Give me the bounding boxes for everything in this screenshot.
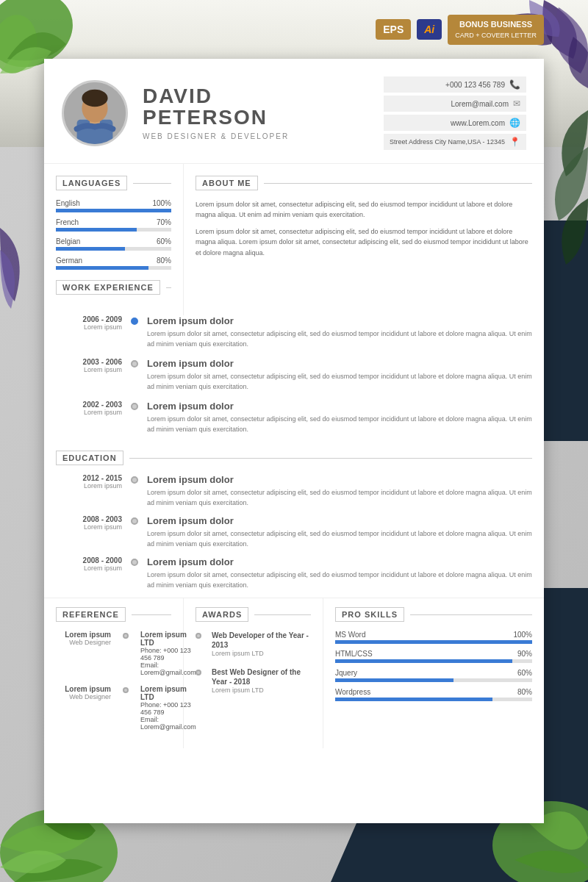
resume-header: DAVID PETERSON WEB DESIGNER & DEVELOPER … [44, 59, 544, 164]
reference-item: Lorem ipsum Web Designer Lorem ipsum LTD… [56, 685, 171, 731]
awards-items: Web Developer of the Year - 2013 Lorem i… [196, 631, 311, 694]
work-experience-section: 2006 - 2009 Lorem ipsum Lorem ipsum dolo… [44, 315, 544, 434]
skill-percent: 80% [517, 688, 532, 696]
bottom-row: REFERENCE Lorem ipsum Web Designer Lorem… [44, 598, 544, 748]
name-section: DAVID PETERSON WEB DESIGNER & DEVELOPER [143, 86, 384, 140]
language-name: Belgian [56, 237, 80, 245]
avatar [62, 80, 128, 146]
svg-point-8 [82, 90, 107, 107]
edu-desc: Lorem ipsum dolor sit amet, consectetur … [147, 488, 532, 508]
edu-dot-col [122, 474, 147, 508]
ref-name-col: Lorem ipsum Web Designer [56, 631, 111, 676]
ref-name: Lorem ipsum [56, 685, 111, 693]
skill-name: HTML/CSS [335, 650, 373, 658]
skills-section-header: PRO SKILLS [335, 607, 532, 622]
language-label: French 70% [56, 218, 171, 226]
edu-date-col: 2008 - 2003 Lorem ipsum [56, 515, 122, 549]
edu-title: Lorem ipsum dolor [147, 556, 532, 567]
skill-bar-bg [335, 640, 532, 644]
work-date-col: 2003 - 2006 Lorem ipsum [56, 358, 122, 392]
work-dot-col [122, 315, 147, 349]
skill-item: Wordpress 80% [335, 688, 532, 701]
edu-content: Lorem ipsum dolor Lorem ipsum dolor sit … [147, 556, 532, 590]
reference-title: REFERENCE [56, 607, 126, 622]
award-title: Web Developer of the Year - 2013 [212, 631, 311, 650]
web-icon: 🌐 [509, 118, 520, 128]
education-items-container: 2012 - 2015 Lorem ipsum Lorem ipsum dolo… [44, 474, 544, 590]
work-content: Lorem ipsum dolor Lorem ipsum dolor sit … [147, 358, 532, 392]
education-item: 2008 - 2000 Lorem ipsum Lorem ipsum dolo… [44, 556, 544, 590]
edu-date-col: 2012 - 2015 Lorem ipsum [56, 474, 122, 508]
job-title: WEB DESIGNER & DEVELOPER [143, 132, 384, 140]
edu-subtitle: Lorem ipsum [56, 564, 122, 572]
language-label: German 80% [56, 257, 171, 265]
language-name: German [56, 257, 82, 265]
language-percent: 80% [157, 257, 171, 265]
work-desc: Lorem ipsum dolor sit amet, consectetur … [147, 372, 532, 392]
work-title-left: WORK EXPERIENCE [56, 280, 160, 295]
resume-body: LANGUAGES English 100% French 70% Belgia… [44, 164, 544, 315]
language-item: French 70% [56, 218, 171, 232]
languages-title: LANGUAGES [56, 176, 127, 190]
contact-phone: +000 123 456 789 📞 [384, 76, 526, 93]
language-percent: 100% [152, 199, 171, 207]
edu-subtitle: Lorem ipsum [56, 482, 122, 490]
work-item: 2003 - 2006 Lorem ipsum Lorem ipsum dolo… [44, 358, 544, 392]
work-date-col: 2006 - 2009 Lorem ipsum [56, 315, 122, 349]
right-column: ABOUT ME Lorem ipsum dolor sit amet, con… [184, 164, 544, 315]
contact-email: Lorem@mail.com ✉ [384, 96, 526, 112]
skill-item: HTML/CSS 90% [335, 650, 532, 663]
work-date-col: 2002 - 2003 Lorem ipsum [56, 401, 122, 434]
work-content: Lorem ipsum dolor Lorem ipsum dolor sit … [147, 401, 532, 434]
education-divider [129, 458, 532, 459]
education-header: EDUCATION [56, 443, 532, 465]
work-subtitle: Lorem ipsum [56, 323, 122, 331]
award-content: Web Developer of the Year - 2013 Lorem i… [212, 631, 311, 657]
language-item: English 100% [56, 199, 171, 212]
skill-percent: 60% [517, 669, 532, 677]
edu-date: 2008 - 2000 [56, 556, 122, 564]
edu-title: Lorem ipsum dolor [147, 515, 532, 526]
work-dot [131, 360, 138, 368]
reference-column: REFERENCE Lorem ipsum Web Designer Lorem… [44, 598, 184, 748]
ref-dot-col [117, 631, 135, 676]
ref-dot-col [117, 685, 135, 731]
skill-name: Wordpress [335, 688, 370, 696]
reference-divider [132, 614, 171, 615]
resume-card: DAVID PETERSON WEB DESIGNER & DEVELOPER … [44, 59, 544, 823]
language-item: German 80% [56, 257, 171, 270]
awards-column: AWARDS Web Developer of the Year - 2013 … [184, 598, 323, 748]
reference-section-header: REFERENCE [56, 607, 171, 622]
edu-content: Lorem ipsum dolor Lorem ipsum dolor sit … [147, 515, 532, 549]
bonus-badge: BONUS BUSINESS CARD + COVEER LETTER [448, 15, 544, 45]
skill-bar [335, 678, 453, 682]
edu-dot [131, 559, 138, 566]
skill-percent: 90% [517, 650, 532, 658]
award-company: Lorem ipsum LTD [212, 650, 311, 657]
language-bar-bg [56, 266, 171, 270]
work-dot [131, 403, 138, 410]
page-background: EPS Ai BONUS BUSINESS CARD + COVEER LETT… [0, 0, 588, 882]
skill-label: MS Word 100% [335, 631, 532, 639]
education-title: EDUCATION [56, 451, 123, 465]
languages-section-header: LANGUAGES [56, 176, 171, 190]
top-badges-container: EPS Ai BONUS BUSINESS CARD + COVEER LETT… [376, 15, 544, 45]
work-dot [131, 318, 138, 325]
skill-label: Wordpress 80% [335, 688, 532, 696]
skill-bar-bg [335, 659, 532, 663]
avatar-image [64, 82, 126, 145]
language-bar [56, 247, 125, 251]
work-item: 2002 - 2003 Lorem ipsum Lorem ipsum dolo… [44, 401, 544, 434]
work-dot-col [122, 401, 147, 434]
about-paragraph: Lorem ipsum dolor sit amet, consectetur … [196, 199, 532, 220]
skills-title: PRO SKILLS [335, 607, 404, 622]
awards-divider [254, 614, 311, 615]
about-title: ABOUT ME [196, 176, 258, 190]
work-title: Lorem ipsum dolor [147, 358, 532, 369]
skills-items: MS Word 100% HTML/CSS 90% Jquery 60% Wor… [335, 631, 532, 701]
language-bar [56, 228, 137, 232]
work-title: Lorem ipsum dolor [147, 401, 532, 412]
about-paragraph: Lorem ipsum dolor sit amet, consectetur … [196, 226, 532, 258]
skill-bar-bg [335, 678, 532, 682]
language-bar [56, 209, 171, 212]
